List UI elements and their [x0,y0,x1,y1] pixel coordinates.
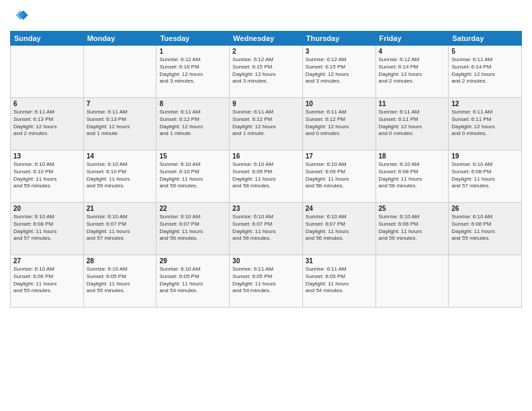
calendar-cell: 16Sunrise: 6:10 AM Sunset: 6:09 PM Dayli… [230,150,303,203]
calendar-cell: 10Sunrise: 6:11 AM Sunset: 6:12 PM Dayli… [302,98,375,150]
weekday-header: Thursday [302,32,375,46]
day-number: 21 [87,205,154,212]
calendar-cell: 13Sunrise: 6:10 AM Sunset: 6:10 PM Dayli… [11,150,84,203]
cell-info: Sunrise: 6:11 AM Sunset: 6:13 PM Dayligh… [13,109,81,138]
day-number: 30 [232,257,300,265]
weekday-header: Wednesday [230,32,303,46]
calendar-cell: 26Sunrise: 6:10 AM Sunset: 6:06 PM Dayli… [449,203,522,255]
cell-info: Sunrise: 6:10 AM Sunset: 6:07 PM Dayligh… [159,214,226,242]
calendar-cell [11,46,84,98]
cell-info: Sunrise: 6:10 AM Sunset: 6:08 PM Dayligh… [379,161,446,190]
calendar-cell: 27Sunrise: 6:10 AM Sunset: 6:06 PM Dayli… [11,255,84,308]
calendar-cell: 28Sunrise: 6:10 AM Sunset: 6:05 PM Dayli… [83,255,157,308]
calendar-cell: 8Sunrise: 6:11 AM Sunset: 6:12 PM Daylig… [157,98,230,150]
cell-info: Sunrise: 6:10 AM Sunset: 6:10 PM Dayligh… [87,161,154,190]
day-number: 10 [306,100,373,107]
calendar-cell: 20Sunrise: 6:10 AM Sunset: 6:08 PM Dayli… [11,203,84,255]
day-number: 4 [379,48,446,55]
weekday-header: Saturday [449,32,522,46]
day-number: 15 [159,152,226,160]
cell-info: Sunrise: 6:10 AM Sunset: 6:09 PM Dayligh… [306,161,373,190]
weekday-header: Monday [83,32,157,46]
day-number: 20 [13,205,81,212]
cell-info: Sunrise: 6:11 AM Sunset: 6:05 PM Dayligh… [232,266,300,295]
cell-info: Sunrise: 6:10 AM Sunset: 6:07 PM Dayligh… [306,214,373,242]
cell-info: Sunrise: 6:10 AM Sunset: 6:05 PM Dayligh… [87,266,154,295]
calendar-cell: 2Sunrise: 6:12 AM Sunset: 6:15 PM Daylig… [230,46,303,98]
header [10,7,522,26]
calendar-week-row: 1Sunrise: 6:12 AM Sunset: 6:16 PM Daylig… [11,46,522,98]
cell-info: Sunrise: 6:10 AM Sunset: 6:05 PM Dayligh… [159,266,226,295]
day-number: 19 [451,152,519,160]
day-number: 6 [13,100,81,107]
day-number: 14 [87,152,154,160]
calendar-cell [449,255,522,308]
calendar-cell: 23Sunrise: 6:10 AM Sunset: 6:07 PM Dayli… [230,203,303,255]
day-number: 23 [232,205,300,212]
calendar-week-row: 20Sunrise: 6:10 AM Sunset: 6:08 PM Dayli… [11,203,522,255]
day-number: 8 [159,100,226,107]
calendar-table: SundayMondayTuesdayWednesdayThursdayFrid… [10,31,522,308]
page: SundayMondayTuesdayWednesdayThursdayFrid… [0,0,532,411]
calendar-cell [83,46,157,98]
weekday-header: Sunday [11,32,84,46]
weekday-row: SundayMondayTuesdayWednesdayThursdayFrid… [11,32,522,46]
calendar-cell: 24Sunrise: 6:10 AM Sunset: 6:07 PM Dayli… [302,203,375,255]
cell-info: Sunrise: 6:10 AM Sunset: 6:08 PM Dayligh… [13,214,81,242]
cell-info: Sunrise: 6:12 AM Sunset: 6:16 PM Dayligh… [159,56,226,85]
calendar-cell: 14Sunrise: 6:10 AM Sunset: 6:10 PM Dayli… [83,150,157,203]
day-number: 25 [379,205,446,212]
calendar-cell: 17Sunrise: 6:10 AM Sunset: 6:09 PM Dayli… [302,150,375,203]
cell-info: Sunrise: 6:10 AM Sunset: 6:06 PM Dayligh… [451,214,519,242]
cell-info: Sunrise: 6:11 AM Sunset: 6:12 PM Dayligh… [306,109,373,138]
calendar-cell: 15Sunrise: 6:10 AM Sunset: 6:10 PM Dayli… [157,150,230,203]
calendar-cell: 19Sunrise: 6:10 AM Sunset: 6:08 PM Dayli… [449,150,522,203]
cell-info: Sunrise: 6:11 AM Sunset: 6:11 PM Dayligh… [379,109,446,138]
day-number: 2 [232,48,300,55]
calendar-cell: 12Sunrise: 6:11 AM Sunset: 6:11 PM Dayli… [449,98,522,150]
cell-info: Sunrise: 6:11 AM Sunset: 6:13 PM Dayligh… [87,109,154,138]
day-number: 29 [159,257,226,265]
cell-info: Sunrise: 6:11 AM Sunset: 6:12 PM Dayligh… [159,109,226,138]
calendar-cell: 6Sunrise: 6:11 AM Sunset: 6:13 PM Daylig… [11,98,84,150]
cell-info: Sunrise: 6:10 AM Sunset: 6:08 PM Dayligh… [451,161,519,190]
cell-info: Sunrise: 6:11 AM Sunset: 6:12 PM Dayligh… [232,109,300,138]
day-number: 18 [379,152,446,160]
day-number: 13 [13,152,81,160]
calendar-cell: 3Sunrise: 6:12 AM Sunset: 6:15 PM Daylig… [302,46,375,98]
calendar-cell: 4Sunrise: 6:12 AM Sunset: 6:14 PM Daylig… [375,46,449,98]
calendar-cell: 18Sunrise: 6:10 AM Sunset: 6:08 PM Dayli… [375,150,449,203]
day-number: 24 [306,205,373,212]
cell-info: Sunrise: 6:11 AM Sunset: 6:11 PM Dayligh… [451,109,519,138]
calendar-cell [375,255,449,308]
cell-info: Sunrise: 6:10 AM Sunset: 6:10 PM Dayligh… [159,161,226,190]
cell-info: Sunrise: 6:10 AM Sunset: 6:06 PM Dayligh… [13,266,81,295]
weekday-header: Friday [375,32,449,46]
cell-info: Sunrise: 6:12 AM Sunset: 6:15 PM Dayligh… [306,56,373,85]
day-number: 16 [232,152,300,160]
calendar-cell: 11Sunrise: 6:11 AM Sunset: 6:11 PM Dayli… [375,98,449,150]
cell-info: Sunrise: 6:12 AM Sunset: 6:15 PM Dayligh… [232,56,300,85]
cell-info: Sunrise: 6:12 AM Sunset: 6:14 PM Dayligh… [379,56,446,85]
day-number: 3 [306,48,373,55]
calendar-cell: 5Sunrise: 6:11 AM Sunset: 6:14 PM Daylig… [449,46,522,98]
cell-info: Sunrise: 6:10 AM Sunset: 6:10 PM Dayligh… [13,161,81,190]
cell-info: Sunrise: 6:10 AM Sunset: 6:07 PM Dayligh… [87,214,154,242]
cell-info: Sunrise: 6:11 AM Sunset: 6:14 PM Dayligh… [451,56,519,85]
calendar-header: SundayMondayTuesdayWednesdayThursdayFrid… [11,32,522,46]
day-number: 17 [306,152,373,160]
day-number: 22 [159,205,226,212]
calendar-cell: 1Sunrise: 6:12 AM Sunset: 6:16 PM Daylig… [157,46,230,98]
day-number: 7 [87,100,154,107]
weekday-header: Tuesday [157,32,230,46]
calendar-week-row: 6Sunrise: 6:11 AM Sunset: 6:13 PM Daylig… [11,98,522,150]
day-number: 9 [232,100,300,107]
cell-info: Sunrise: 6:10 AM Sunset: 6:09 PM Dayligh… [232,161,300,190]
cell-info: Sunrise: 6:11 AM Sunset: 6:05 PM Dayligh… [306,266,373,295]
calendar-cell: 7Sunrise: 6:11 AM Sunset: 6:13 PM Daylig… [83,98,157,150]
calendar-cell: 25Sunrise: 6:10 AM Sunset: 6:06 PM Dayli… [375,203,449,255]
calendar-cell: 30Sunrise: 6:11 AM Sunset: 6:05 PM Dayli… [230,255,303,308]
calendar-cell: 29Sunrise: 6:10 AM Sunset: 6:05 PM Dayli… [157,255,230,308]
logo-icon [10,7,29,26]
calendar-week-row: 27Sunrise: 6:10 AM Sunset: 6:06 PM Dayli… [11,255,522,308]
